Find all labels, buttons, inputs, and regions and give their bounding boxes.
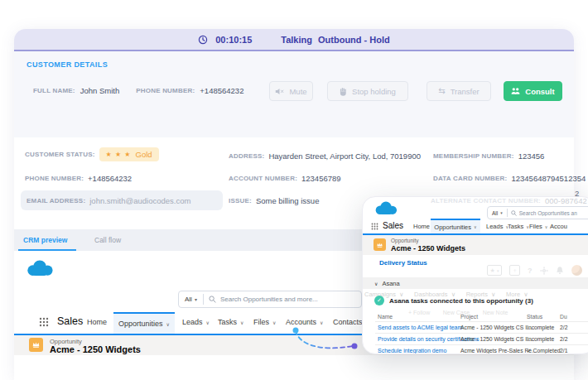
chevron-down-icon: ∨ — [206, 320, 210, 325]
record-header: Opportunity Acme - 1250 Widgets — [363, 235, 588, 255]
alternate-contact-value: 000-987642 — [545, 196, 587, 205]
bell-icon — [556, 266, 564, 275]
search-scope-select[interactable]: All ▾ — [488, 210, 507, 216]
search-scope-value: All — [492, 210, 498, 216]
stop-holding-label: Stop holding — [352, 87, 396, 96]
phone-label: PHONE NUMBER: — [136, 87, 195, 94]
membership-label: MEMBERSHIP NUMBER: — [433, 152, 514, 160]
divider — [507, 209, 508, 217]
table-row: Send assets to ACME legal team Acme - 12… — [375, 321, 588, 333]
favorite-star-icon: ★▾ — [487, 265, 502, 276]
tab-crm-preview[interactable]: CRM preview — [23, 236, 67, 244]
email-field: EMAIL ADDRESS: john.smith@audiocodes.com — [27, 196, 190, 205]
data-card-field: DATA CARD NUMBER: 12345648794512354 — [433, 174, 586, 183]
opportunity-crown-icon — [374, 238, 386, 251]
gear-icon — [540, 267, 548, 275]
customer-summary-row: FULL NAME: John Smith PHONE NUMBER: +148… — [33, 86, 243, 95]
phone-number-value: +148564232 — [88, 174, 132, 183]
customer-status-field: CUSTOMER STATUS: ★ ★ ★ Gold — [25, 147, 159, 161]
gold-status-badge: ★ ★ ★ Gold — [99, 147, 159, 161]
search-bar[interactable]: All ▾ Search Opportunities and more... — [178, 291, 362, 308]
delivery-status-link[interactable]: Delivery Status — [379, 259, 427, 267]
nav-opportunities[interactable]: Opportunities ∨ — [113, 312, 175, 334]
task-project: Acme Widgets Pre-Sales Re… — [460, 348, 537, 354]
table-row: Schedule integration demo Acme Widgets P… — [375, 344, 588, 354]
task-due: 2/1 — [560, 348, 567, 354]
membership-field: MEMBERSHIP NUMBER: 123456 — [433, 152, 544, 161]
nav-files[interactable]: Files∨ — [529, 223, 548, 230]
search-placeholder: Search Opportunities an — [519, 210, 577, 216]
nav-files[interactable]: Files∨ — [253, 318, 276, 326]
nav-home[interactable]: Home — [87, 318, 107, 326]
chevron-down-icon: ∨ — [374, 281, 378, 286]
task-link[interactable]: Schedule integration demo — [378, 348, 446, 354]
task-project: Acme - 1250 Widgets CS I… — [460, 336, 533, 342]
caret-down-icon: ▾ — [500, 210, 503, 215]
search-bar[interactable]: All ▾ Search Opportunities an — [487, 206, 588, 219]
col-name: Name — [378, 314, 393, 320]
table-header-row: Name Project Status Du — [375, 311, 588, 321]
tab-call-flow[interactable]: Call flow — [94, 236, 121, 244]
nav-tasks[interactable]: Tasks∨ — [218, 318, 243, 326]
task-link[interactable]: Send assets to ACME legal team — [378, 325, 462, 330]
email-value: john.smith@audiocodes.com — [89, 196, 190, 205]
salesforce-cloud-logo — [25, 260, 55, 277]
address-value: Hayarden Street, Airport City, Lod, 7019… — [268, 152, 421, 161]
mute-button[interactable]: Mute — [269, 81, 313, 101]
app-name: Sales — [383, 221, 403, 230]
data-card-label: DATA CARD NUMBER: — [433, 175, 507, 182]
app-name: Sales — [57, 315, 83, 327]
transfer-button[interactable]: ⇆ Transfer — [427, 81, 491, 101]
nav-opportunities-label: Opportunities — [118, 320, 163, 328]
search-scope-select[interactable]: All ▾ — [179, 296, 203, 303]
alternate-contact-field: ALTERNATE CONTACT NUMBER: 000-987642 — [431, 196, 587, 205]
chevron-down-icon: ∨ — [474, 224, 477, 229]
asana-section-label: Asana — [382, 280, 399, 287]
consult-people-icon — [511, 87, 520, 95]
asana-section-header[interactable]: ∨ Asana — [363, 277, 588, 289]
transfer-icon: ⇆ — [438, 87, 445, 95]
help-icon: ? — [528, 267, 533, 275]
task-due: 2/2 — [560, 325, 567, 330]
data-card-value: 12345648794512354 — [511, 174, 586, 183]
task-status: Incomplete — [527, 336, 554, 342]
search-scope-value: All — [185, 296, 192, 303]
nav-accounts[interactable]: Accou — [550, 223, 567, 230]
col-due: Du — [560, 314, 567, 320]
plus-icon: ＋ — [509, 265, 520, 276]
asana-tasks-header: ✓ Asana tasks connected to this opportun… — [374, 296, 533, 305]
screen: 00:10:15 TalkingOutbound - Hold CUSTOMER… — [0, 0, 588, 380]
nav-leads-label: Leads — [486, 223, 503, 230]
app-launcher-waffle-icon[interactable] — [39, 317, 49, 327]
nav-leads[interactable]: Leads∨ — [182, 318, 210, 326]
opportunity-crown-icon — [29, 338, 43, 352]
full-name-value: John Smith — [80, 86, 120, 95]
mute-icon — [275, 88, 284, 95]
nav-opportunities-label: Opportunities — [434, 224, 471, 231]
asana-tasks-table: Name Project Status Du Send assets to AC… — [375, 311, 588, 354]
nav-tasks[interactable]: Tasks∨ — [508, 223, 529, 230]
account-field: ACCOUNT NUMBER: 123456789 — [229, 174, 341, 183]
dashed-connector-arrow — [280, 325, 363, 354]
call-timer: 00:10:15 — [215, 35, 252, 45]
account-value: 123456789 — [301, 174, 341, 183]
app-launcher-waffle-icon[interactable] — [371, 223, 378, 230]
search-icon — [511, 210, 517, 216]
nav-opportunities[interactable]: Opportunities ∨ — [431, 219, 480, 233]
customer-status-value: Gold — [136, 150, 152, 159]
call-state-word: Talking — [281, 35, 312, 45]
nav-home[interactable]: Home — [413, 223, 430, 230]
salesforce-cloud-logo — [374, 201, 398, 216]
task-due: 2/2 — [560, 336, 567, 342]
nav-tasks-label: Tasks — [508, 223, 523, 230]
stars-icon: ★ ★ ★ — [106, 151, 132, 158]
nav-accounts-label: Accou — [550, 223, 567, 230]
chevron-down-icon: ∨ — [166, 321, 170, 327]
record-type: Opportunity — [391, 238, 419, 243]
consult-button[interactable]: Consult — [504, 81, 562, 101]
stop-holding-button[interactable]: Stop holding — [327, 81, 408, 101]
table-row: Provide details on security certificatio… — [375, 333, 588, 344]
email-label: EMAIL ADDRESS: — [27, 197, 85, 204]
chevron-down-icon: ∨ — [272, 320, 276, 325]
nav-leads[interactable]: Leads∨ — [486, 223, 508, 230]
